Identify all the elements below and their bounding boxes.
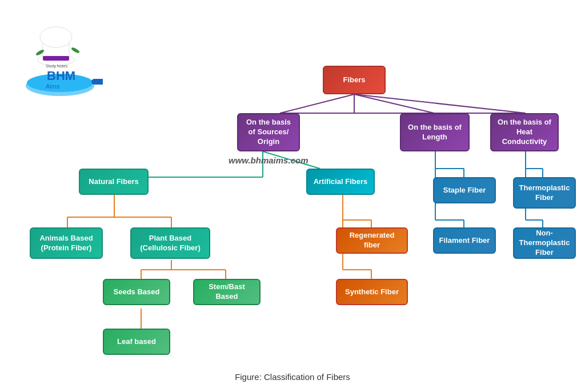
svg-point-10 bbox=[71, 46, 81, 54]
diagram-container: BHM Aims Study Notes bbox=[0, 0, 585, 392]
svg-text:BHM: BHM bbox=[47, 69, 75, 83]
filament-fiber-node: Filament Fiber bbox=[433, 227, 496, 254]
stem-bast-node: Stem/Bast Based bbox=[193, 279, 261, 305]
synthetic-fiber-node: Synthetic Fiber bbox=[336, 279, 408, 305]
figure-caption: Figure: Classification of Fibers bbox=[235, 372, 350, 382]
artificial-fibers-node: Artificial Fibers bbox=[306, 169, 375, 195]
thermoplastic-fiber-node: Thermoplastic Fiber bbox=[513, 177, 576, 209]
svg-line-12 bbox=[280, 94, 354, 113]
regenerated-fiber-node: Regenerated fiber bbox=[336, 227, 408, 254]
svg-line-14 bbox=[354, 94, 526, 113]
svg-rect-2 bbox=[91, 79, 103, 85]
plant-based-node: Plant Based (Cellulosic Fiber) bbox=[130, 227, 210, 259]
fibers-node: Fibers bbox=[323, 66, 386, 94]
svg-point-5 bbox=[40, 27, 72, 47]
leaf-based-node: Leaf based bbox=[103, 329, 170, 355]
heat-node: On the basis of Heat Conductivity bbox=[490, 113, 559, 151]
svg-text:Aims: Aims bbox=[46, 83, 60, 90]
nonthermoplastic-fiber-node: Non-Thermoplastic Fiber bbox=[513, 227, 576, 259]
length-node: On the basis of Length bbox=[400, 113, 470, 151]
logo: BHM Aims Study Notes bbox=[11, 11, 103, 103]
svg-line-13 bbox=[354, 94, 434, 113]
watermark: www.bhmaims.com bbox=[229, 155, 308, 165]
sources-node: On the basis of Sources/ Origin bbox=[237, 113, 300, 151]
svg-text:Study Notes: Study Notes bbox=[46, 64, 68, 69]
seeds-based-node: Seeds Based bbox=[103, 279, 170, 305]
staple-fiber-node: Staple Fiber bbox=[433, 177, 496, 203]
natural-fibers-node: Natural Fibers bbox=[79, 169, 149, 195]
animals-based-node: Animals Based (Protein Fiber) bbox=[30, 227, 103, 259]
svg-rect-6 bbox=[43, 56, 69, 61]
